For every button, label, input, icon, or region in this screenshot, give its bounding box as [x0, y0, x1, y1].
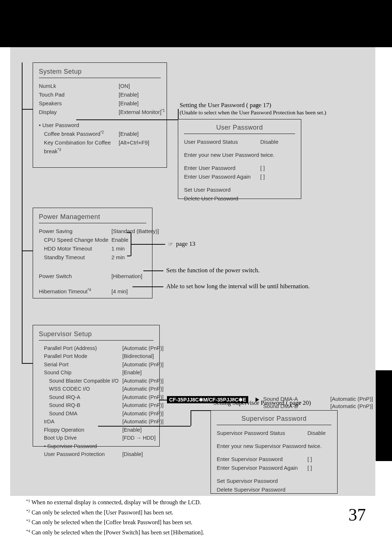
coffee-break-pw-value: [Enable]	[119, 130, 139, 138]
display-sup: *1	[162, 109, 165, 113]
tree-vline	[22, 62, 23, 364]
key-combo-sup: *3	[58, 148, 61, 152]
upw-status-label: User Password Status	[184, 138, 260, 146]
coffee-break-pw-sup: *2	[101, 130, 104, 134]
user-password-title: User Password	[184, 124, 295, 134]
system-setup-title: System Setup	[39, 68, 161, 78]
spw-instruct: Enter your new Supervisor Password twice…	[217, 442, 322, 451]
power-switch-label: Power Switch	[39, 272, 111, 281]
setting-user-pw-sub: (Unable to select when the User Password…	[180, 110, 326, 116]
supervisor-setup-title: Supervisor Setup	[39, 330, 154, 341]
sup-row-label: Sound Blaster Compatible I/O	[39, 377, 122, 385]
hibernation-timeout-label: Hibernation Timeout*4	[39, 287, 111, 296]
power-saving-value: [Standard (Battery)]	[111, 227, 159, 236]
power-mgmt-title: Power Management	[39, 213, 146, 223]
upw-set-label: Set User Password	[184, 186, 230, 194]
tree-hline-1	[22, 109, 33, 110]
supervisor-password-title: Supervisor Password	[217, 415, 331, 425]
user-pw-prot-label: User Password Protection	[39, 450, 122, 458]
supervisor-setup-box: Supervisor Setup Parallel Port (Address)…	[33, 325, 160, 447]
sup-row-value: [Bidirectional]	[122, 352, 154, 360]
spw-set-label: Set Supervisor Password	[217, 477, 278, 485]
sup-row-label: WSS CODEC I/O	[39, 385, 122, 393]
power-saving-label: Power Saving	[39, 227, 111, 236]
coffee-break-pw-text: Coffee break Password	[44, 131, 101, 137]
key-combo-label: Key Combination for Coffee break*3	[39, 138, 119, 156]
page13-note: page 13	[176, 240, 195, 248]
tree-hline-2	[22, 250, 33, 251]
supervisor-password-link: Supervisor Password	[39, 442, 122, 450]
upw-enter-label: Enter User Password	[184, 164, 260, 172]
sup-row-value: [Automatic (PnP)]	[122, 417, 164, 425]
suppw-line3	[191, 410, 211, 411]
hibernation-line	[132, 286, 163, 287]
sup-row-label: IrDA	[39, 417, 122, 425]
side-black-tab	[376, 370, 392, 461]
spw-enter-again-value: [ ]	[307, 464, 312, 472]
sup-row-label: Serial Port	[39, 360, 122, 368]
setting-super-pw-note: Setting Supervisor Password ( page 20)	[213, 399, 311, 407]
bracket-t2	[127, 256, 131, 256]
standby-timeout-label: Standby Timeout	[39, 253, 111, 262]
hand-icon-2: ☞	[168, 241, 173, 248]
cpu-speed-label: CPU Speed Change Mode	[39, 236, 111, 244]
footnote-1: When no external display is connected, d…	[32, 499, 201, 505]
hdd-timeout-label: HDD Motor Timeout	[39, 244, 111, 253]
user-pw-prot-value: [Disable]	[122, 450, 143, 458]
page-number: 37	[348, 505, 366, 525]
hibernation-note: Able to set how long the interval will b…	[166, 283, 310, 290]
header-black-bar	[0, 0, 392, 47]
sup-row-label: Boot Up Drive	[39, 434, 122, 442]
spw-enter-again-label: Enter Supervisor Password Again	[217, 464, 307, 472]
userpw-connector	[76, 119, 178, 120]
upw-status-value: Disable	[260, 138, 278, 146]
hand-icon-3: ☞	[297, 400, 302, 407]
sound-dma-a-val: [Automatic (PnP)]	[330, 396, 373, 402]
sup-row-value: [Automatic (PnP)]	[122, 401, 164, 409]
sup-row-label: Sound IRQ-B	[39, 401, 122, 409]
sup-row-label: Sound Chip	[39, 368, 122, 376]
powerswitch-line	[143, 270, 163, 271]
hibernation-timeout-sup: *4	[87, 288, 91, 292]
footnote-3: Can only be selected when the [Coffee br…	[32, 520, 192, 526]
sounddma-line	[159, 400, 167, 400]
user-password-link: User Password	[39, 121, 119, 130]
cpu-speed-value: Enable	[111, 236, 128, 244]
userpw-connector-v	[178, 109, 179, 120]
key-combo-text: Key Combination for Coffee break	[44, 139, 111, 154]
sup-row-value: [Enable]	[122, 426, 142, 434]
hand-icon-1: ☞	[255, 102, 260, 109]
sup-row-label: Parallel Port (Address)	[39, 344, 122, 352]
sup-row-value: [Automatic (PnP)]	[122, 393, 164, 401]
display-value-text: [External Monitor]	[119, 109, 162, 115]
upw-instruct: Enter your new User Password twice.	[184, 151, 274, 159]
sup-row-label: Floppy Operation	[39, 426, 122, 434]
standby-timeout-value: 2 min	[111, 253, 125, 262]
sup-row-value: [Automatic (PnP)]	[122, 360, 164, 368]
numlk-label: NumLk	[39, 82, 119, 90]
sup-row-value: [Automatic (PnP)]	[122, 344, 164, 352]
upw-enter-again-label: Enter User Password Again	[184, 172, 260, 181]
power-switch-note: Sets the function of the power switch.	[166, 267, 260, 274]
supervisor-password-box: Supervisor Password Supervisor Password …	[211, 410, 338, 494]
footnote-2: Can only be selected when the [User Pass…	[32, 509, 173, 516]
numlk-value: [ON]	[119, 82, 130, 90]
footnotes: *1 When no external display is connected…	[26, 497, 204, 538]
key-combo-value: [Alt+Ctrl+F9]	[119, 138, 149, 156]
hibernation-timeout-value: [4 min]	[111, 287, 128, 296]
sup-row-value: [Automatic (PnP)]	[122, 410, 164, 417]
tree-hline-3	[22, 363, 33, 364]
speakers-label: Speakers	[39, 99, 119, 108]
power-mgmt-box: Power Management Power Saving[Standard (…	[33, 208, 152, 298]
spw-delete-label: Delete Supervisor Password	[217, 485, 285, 494]
sup-row-label: Parallel Port Mode	[39, 352, 122, 360]
upw-enter-value: [ ]	[260, 164, 265, 172]
sup-row-label: Sound IRQ-A	[39, 393, 122, 401]
sup-row-value: [Enable]	[122, 368, 142, 376]
system-setup-box: System Setup NumLk[ON] Touch Pad[Enable]…	[33, 62, 167, 168]
upw-enter-again-value: [ ]	[260, 172, 265, 181]
sound-dma-b-val: [Automatic (PnP)]	[330, 403, 373, 409]
touchpad-label: Touch Pad	[39, 90, 119, 99]
speakers-value: [Enable]	[119, 99, 139, 108]
touchpad-value: [Enable]	[119, 90, 139, 99]
